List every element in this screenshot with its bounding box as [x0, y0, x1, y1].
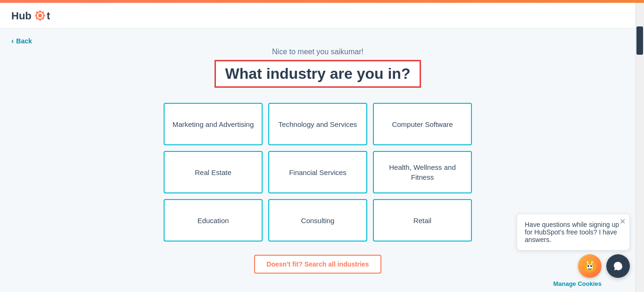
industry-grid: Marketing and Advertising Technology and… [164, 103, 472, 242]
greeting-text: Nice to meet you saikumar! [272, 48, 363, 56]
industry-card-financial-services[interactable]: Financial Services [268, 151, 367, 193]
svg-point-19 [592, 261, 593, 263]
back-link[interactable]: ‹ Back [11, 37, 32, 45]
chat-close-button[interactable]: ✕ [619, 218, 626, 225]
svg-point-14 [587, 265, 589, 267]
chat-widget: ✕ Have questions while signing up for Hu… [517, 214, 630, 278]
logo: Hub t [11, 8, 68, 23]
back-chevron-icon: ‹ [11, 37, 14, 45]
manage-cookies-link[interactable]: Manage Cookies [553, 280, 602, 287]
industry-card-consulting[interactable]: Consulting [268, 199, 367, 242]
industry-label-real-estate: Real Estate [195, 167, 231, 177]
main-question: What industry are you in? [215, 60, 421, 88]
svg-text:Hub: Hub [11, 10, 32, 22]
hubspot-logo-icon: Hub t [11, 8, 68, 23]
industry-card-real-estate[interactable]: Real Estate [164, 151, 263, 193]
scrollbar [636, 3, 644, 292]
industry-card-health-wellness[interactable]: Health, Wellness and Fitness [373, 151, 472, 193]
mascot-icon [583, 259, 597, 273]
industry-label-education: Education [198, 216, 229, 225]
svg-point-15 [590, 265, 592, 267]
chat-icon [613, 261, 623, 271]
industry-card-retail[interactable]: Retail [373, 199, 472, 242]
svg-rect-4 [40, 19, 41, 21]
back-label: Back [16, 37, 32, 45]
header: Hub t [0, 3, 636, 29]
chat-bubble: ✕ Have questions while signing up for Hu… [517, 214, 630, 250]
svg-rect-5 [35, 15, 37, 17]
industry-label-consulting: Consulting [301, 216, 335, 225]
search-all-industries-button[interactable]: Doesn't fit? Search all industries [254, 255, 381, 274]
industry-card-education[interactable]: Education [164, 199, 263, 242]
svg-point-2 [38, 14, 42, 17]
svg-point-18 [587, 261, 588, 263]
industry-label-computer-software: Computer Software [392, 119, 453, 129]
industry-card-computer-software[interactable]: Computer Software [373, 103, 472, 145]
industry-label-marketing: Marketing and Advertising [173, 119, 254, 129]
chat-avatar [578, 254, 602, 278]
chat-open-button[interactable] [606, 254, 630, 278]
industry-card-marketing[interactable]: Marketing and Advertising [164, 103, 263, 145]
industry-label-retail: Retail [413, 216, 431, 225]
scrollbar-thumb [636, 26, 643, 55]
industry-card-technology[interactable]: Technology and Services [268, 103, 367, 145]
svg-text:t: t [47, 10, 50, 22]
chat-message: Have questions while signing up for HubS… [525, 221, 619, 243]
industry-label-health-wellness: Health, Wellness and Fitness [380, 162, 465, 182]
industry-label-financial-services: Financial Services [289, 167, 347, 177]
industry-label-technology: Technology and Services [279, 119, 357, 129]
svg-rect-6 [43, 15, 45, 17]
svg-rect-3 [40, 10, 41, 12]
